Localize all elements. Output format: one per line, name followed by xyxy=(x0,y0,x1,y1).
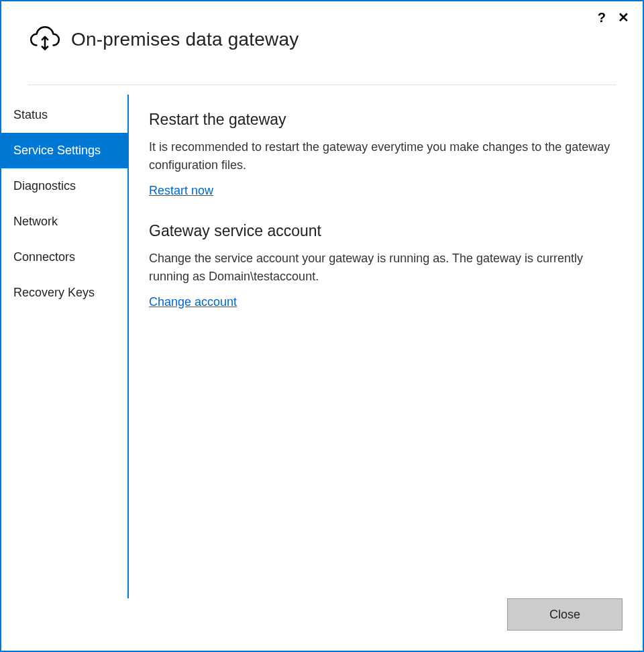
sidebar-item-label: Network xyxy=(13,215,58,228)
page-title: On-premises data gateway xyxy=(71,29,299,50)
sidebar-item-label: Diagnostics xyxy=(13,179,76,193)
main-content: Restart the gateway It is recommended to… xyxy=(129,95,643,598)
body: Status Service Settings Diagnostics Netw… xyxy=(1,95,643,598)
help-icon[interactable]: ? xyxy=(598,10,606,25)
header: On-premises data gateway xyxy=(1,1,643,85)
service-account-section: Gateway service account Change the servi… xyxy=(149,222,616,309)
footer: Close xyxy=(1,598,643,651)
header-divider xyxy=(28,85,616,85)
restart-gateway-section: Restart the gateway It is recommended to… xyxy=(149,111,616,198)
cloud-sync-icon xyxy=(28,21,62,58)
section-heading: Gateway service account xyxy=(149,222,616,240)
section-description: It is recommended to restart the gateway… xyxy=(149,138,616,174)
sidebar-item-label: Connectors xyxy=(13,250,75,264)
change-account-link[interactable]: Change account xyxy=(149,295,237,309)
application-window: ? ✕ On-premises data gateway Status Serv… xyxy=(0,0,644,652)
sidebar-item-label: Recovery Keys xyxy=(13,286,95,299)
sidebar-item-label: Status xyxy=(13,108,48,121)
sidebar-item-diagnostics[interactable]: Diagnostics xyxy=(1,168,127,204)
sidebar-item-status[interactable]: Status xyxy=(1,97,127,133)
section-description: Change the service account your gateway … xyxy=(149,250,616,286)
sidebar: Status Service Settings Diagnostics Netw… xyxy=(1,95,129,598)
sidebar-item-connectors[interactable]: Connectors xyxy=(1,239,127,275)
close-icon[interactable]: ✕ xyxy=(618,9,629,25)
close-button[interactable]: Close xyxy=(507,598,623,631)
sidebar-item-network[interactable]: Network xyxy=(1,204,127,239)
section-heading: Restart the gateway xyxy=(149,111,616,129)
restart-now-link[interactable]: Restart now xyxy=(149,184,213,197)
titlebar-controls: ? ✕ xyxy=(598,9,629,25)
sidebar-item-recovery-keys[interactable]: Recovery Keys xyxy=(1,275,127,311)
sidebar-item-service-settings[interactable]: Service Settings xyxy=(1,133,127,168)
sidebar-item-label: Service Settings xyxy=(13,144,101,157)
